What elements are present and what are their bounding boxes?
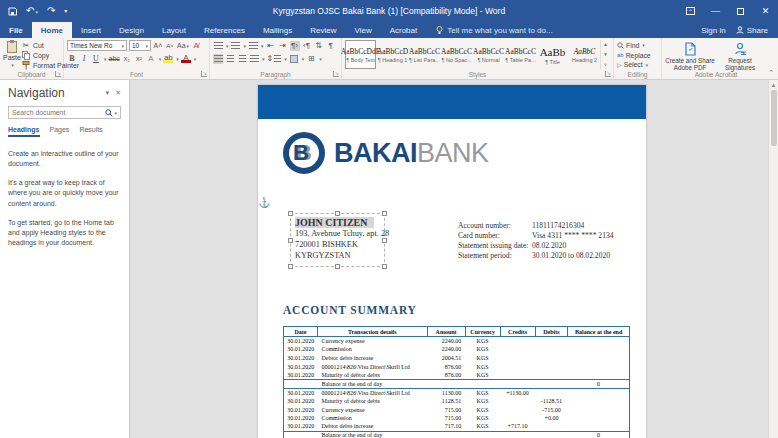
resize-handle[interactable] <box>288 238 293 243</box>
style-title[interactable]: AaBb¶ Title <box>537 40 568 69</box>
text-effects-icon[interactable]: A <box>146 54 156 64</box>
tab-design[interactable]: Design <box>110 22 153 38</box>
customize-qat-icon[interactable]: ▾ <box>64 8 67 14</box>
table-cell <box>568 362 630 371</box>
scrollbar-thumb[interactable] <box>771 90 777 146</box>
search-document-input[interactable] <box>12 109 105 116</box>
grow-font-icon[interactable]: A˄ <box>153 41 163 51</box>
table-cell <box>568 405 630 414</box>
minimize-button[interactable]: — <box>703 0 728 22</box>
resize-handle[interactable] <box>335 211 340 216</box>
change-case-icon[interactable]: Aa▾ <box>177 41 189 51</box>
request-signatures-button[interactable]: Request Signatures <box>715 40 765 69</box>
justify-icon[interactable] <box>249 54 259 64</box>
font-dialog-launcher[interactable]: ↘ <box>201 71 207 77</box>
resize-handle[interactable] <box>335 264 340 269</box>
font-name-input[interactable]: Times New Ro▾ <box>67 40 127 51</box>
sort-icon[interactable]: ⇅ <box>314 41 324 51</box>
ltr-text-icon[interactable]: ¶› <box>290 41 300 51</box>
style-bodytext[interactable]: AaBbCcDdE¶ Body Text <box>345 40 376 69</box>
table-row: Balance at the end of day0 <box>284 431 630 438</box>
align-center-icon[interactable] <box>225 54 235 64</box>
search-options-icon[interactable]: ▾ <box>114 110 117 116</box>
sign-in-link[interactable]: Sign in <box>701 26 725 35</box>
numbering-icon[interactable] <box>231 41 241 51</box>
share-button[interactable]: Share <box>736 26 768 35</box>
show-marks-icon[interactable]: ¶ <box>326 41 336 51</box>
redo-icon[interactable]: ↷ <box>47 6 55 16</box>
font-color-icon[interactable]: A <box>181 54 191 63</box>
borders-icon[interactable]: ⊞ <box>306 54 316 64</box>
multilevel-list-icon[interactable] <box>248 41 258 51</box>
tab-file[interactable]: File <box>0 22 32 38</box>
style-tablepa[interactable]: AaBbCcC¶ Table Pa... <box>505 40 536 69</box>
decrease-indent-icon[interactable]: ⇤ <box>266 41 276 51</box>
increase-indent-icon[interactable]: ⇥ <box>278 41 288 51</box>
superscript-button[interactable]: x² <box>134 54 144 64</box>
nav-tab-pages[interactable]: Pages <box>50 126 70 137</box>
styles-more-icon[interactable]: ⩛ <box>604 61 607 68</box>
ribbon-display-options-button[interactable]: ⌃ <box>678 0 703 22</box>
style-nospac[interactable]: AaBbCcC¶ No Spac... <box>441 40 472 69</box>
align-right-icon[interactable] <box>237 54 247 64</box>
underline-button[interactable]: U <box>91 54 101 64</box>
tab-layout[interactable]: Layout <box>153 22 195 38</box>
search-icon[interactable] <box>105 109 113 117</box>
restore-button[interactable] <box>728 0 753 22</box>
save-icon[interactable] <box>8 7 17 16</box>
navigation-options-icon[interactable]: ▾ <box>106 89 110 97</box>
tab-review[interactable]: Review <box>301 22 345 38</box>
style-normal[interactable]: AaBbCcC¶ Normal <box>473 40 504 69</box>
clear-formatting-icon[interactable]: A̸ <box>191 41 201 51</box>
find-button[interactable]: Find▾ <box>617 41 651 50</box>
document-page[interactable]: BB BAKAIBANK ⚓ JOHN CITIZEN 193, Avebnue… <box>258 85 646 438</box>
subscript-button[interactable]: x₂ <box>122 54 132 64</box>
align-left-icon[interactable] <box>213 54 223 64</box>
italic-button[interactable]: I <box>79 54 89 64</box>
line-spacing-icon[interactable]: ⇕ <box>267 54 282 64</box>
bullets-icon[interactable] <box>213 41 223 51</box>
shrink-font-icon[interactable]: A˅ <box>165 41 175 51</box>
nav-tab-results[interactable]: Results <box>79 126 102 137</box>
tab-home[interactable]: Home <box>32 22 72 38</box>
resize-handle[interactable] <box>382 238 387 243</box>
resize-handle[interactable] <box>382 211 387 216</box>
close-button[interactable]: ✕ <box>753 0 778 22</box>
navigation-close-icon[interactable]: ✕ <box>115 89 121 97</box>
replace-button[interactable]: abReplace <box>617 51 651 60</box>
resize-handle[interactable] <box>288 211 293 216</box>
strikethrough-button[interactable]: abc <box>109 54 120 64</box>
undo-icon[interactable]: ↶▾ <box>26 6 38 16</box>
paragraph-dialog-launcher[interactable]: ↘ <box>333 71 339 77</box>
style-heading1[interactable]: AaBbCcD¶ Heading 1 <box>377 40 408 69</box>
tab-acrobat[interactable]: Acrobat <box>381 22 427 38</box>
collapse-ribbon-button[interactable]: ⌃ <box>768 69 774 77</box>
tab-references[interactable]: References <box>195 22 254 38</box>
styles-scroll-down-icon[interactable]: ▼ <box>603 51 608 57</box>
style-heading2[interactable]: AaBbCHeading 2 <box>569 40 600 69</box>
tab-mailings[interactable]: Mailings <box>254 22 301 38</box>
styles-dialog-launcher[interactable]: ↘ <box>605 71 611 77</box>
create-pdf-button[interactable]: Create and Share Adobe PDF <box>665 40 715 69</box>
document-area[interactable]: BB BAKAIBANK ⚓ JOHN CITIZEN 193, Avebnue… <box>130 80 768 438</box>
clipboard-dialog-launcher[interactable]: ↘ <box>55 71 61 77</box>
paste-button[interactable]: Paste▾ <box>3 40 21 69</box>
search-document-box[interactable]: ▾ <box>8 106 121 119</box>
select-button[interactable]: ▷Select▾ <box>617 60 651 69</box>
vertical-scrollbar[interactable]: ▲ <box>768 80 778 438</box>
nav-tab-headings[interactable]: Headings <box>8 126 40 137</box>
resize-handle[interactable] <box>288 264 293 269</box>
highlight-color-icon[interactable]: ab <box>163 54 173 63</box>
scroll-up-icon[interactable]: ▲ <box>771 80 777 90</box>
font-size-input[interactable]: 10▾ <box>129 40 151 51</box>
styles-scroll-up-icon[interactable]: ▲ <box>603 41 608 47</box>
resize-handle[interactable] <box>382 264 387 269</box>
tab-insert[interactable]: Insert <box>72 22 110 38</box>
style-listpara[interactable]: AaBbCcC¶ List Para... <box>409 40 440 69</box>
tell-me-box[interactable]: Tell me what you want to do... <box>436 22 552 38</box>
rtl-text-icon[interactable]: ‹¶ <box>302 41 312 51</box>
shading-icon[interactable] <box>289 54 299 64</box>
bold-button[interactable]: B <box>67 54 77 64</box>
recipient-textbox[interactable]: JOHN CITIZEN 193, Avebnue Tchuy, apt. 28… <box>290 213 385 267</box>
tab-view[interactable]: View <box>345 22 380 38</box>
